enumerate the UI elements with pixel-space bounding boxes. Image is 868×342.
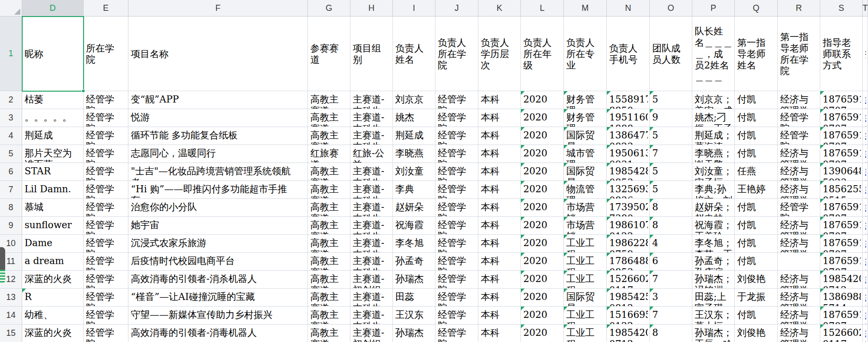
cell-D1[interactable]: 昵称 (22, 17, 84, 91)
cell-J5[interactable]: 经管学院 (435, 145, 478, 163)
cell-P12[interactable]: 孙瑞杰；冯铭洲 (692, 271, 735, 289)
cell-O10[interactable]: 4 (650, 235, 692, 253)
cell-N12[interactable]: 15266020117 (607, 271, 650, 289)
column-header-E[interactable]: E (84, 0, 128, 17)
cell-O1[interactable]: 团队成员人数 (650, 17, 692, 91)
select-all-corner[interactable] (0, 0, 22, 17)
cell-F14[interactable]: 守望——新媒体宣传助力乡村振兴 (128, 307, 308, 325)
cell-L14[interactable]: 2020 (521, 307, 564, 325)
cell-O7[interactable]: 5 (650, 181, 692, 199)
cell-I3[interactable]: 姚杰 (393, 109, 435, 127)
cell-J9[interactable]: 经管学院 (435, 217, 478, 235)
cell-D11[interactable]: a dream (22, 253, 84, 271)
cell-T4[interactable]: 经济管理 (863, 127, 868, 145)
cell-G14[interactable]: 高教主赛道 (308, 307, 350, 325)
cell-P7[interactable]: 李典;孙培文，刘 (692, 181, 735, 199)
cell-Q14[interactable]: 付凯 (735, 307, 778, 325)
cell-F6[interactable]: "士吉"—化妆品跨境营销管理系统领航者 (128, 163, 308, 181)
cell-T15[interactable]: 经济管理 (863, 325, 868, 342)
cell-J12[interactable]: 经管学院 (435, 271, 478, 289)
cell-N13[interactable]: 19854250812 (607, 289, 650, 307)
cell-H9[interactable]: 主赛道-本科生 (350, 217, 393, 235)
cell-D5[interactable]: 那片天空为谁而蓝 (22, 145, 84, 163)
cell-Q4[interactable]: 付凯 (735, 127, 778, 145)
cell-K12[interactable]: 本科 (478, 271, 521, 289)
column-header-F[interactable]: F (128, 0, 308, 17)
cell-E3[interactable]: 经管学院 (84, 109, 128, 127)
cell-D4[interactable]: 荆延成 (22, 127, 84, 145)
cell-J4[interactable]: 经管学院 (435, 127, 478, 145)
cell-P14[interactable]: 王汉东；葛大恒 (692, 307, 735, 325)
cell-M7[interactable]: 物流管理 (564, 181, 607, 199)
cell-R1[interactable]: 第一指导老师所在学院 (778, 17, 820, 91)
cell-O15[interactable]: 8 (650, 325, 692, 342)
cell-L4[interactable]: 2020 (521, 127, 564, 145)
cell-F7[interactable]: “Hi 购”——即推闪付多功能超市手推车 (128, 181, 308, 199)
cell-R4[interactable]: 经管学院 (778, 127, 820, 145)
cell-E2[interactable]: 经管学院 (84, 91, 128, 109)
cell-I11[interactable]: 孙孟奇 (393, 253, 435, 271)
cell-D10[interactable]: Dame (22, 235, 84, 253)
cell-I13[interactable]: 田蕊 (393, 289, 435, 307)
cell-G7[interactable]: 高教主赛道 (308, 181, 350, 199)
cell-F15[interactable]: 高效消毒的引领者-消毒机器人 (128, 325, 308, 342)
cell-M15[interactable]: 工业工程 (564, 325, 607, 342)
cell-H7[interactable]: 主赛道-本科生 (350, 181, 393, 199)
cell-T12[interactable]: 经济管理 (863, 271, 868, 289)
cell-D14[interactable]: 幼稚、 (22, 307, 84, 325)
cell-H13[interactable]: 主赛道-本科生 (350, 289, 393, 307)
cell-G8[interactable]: 高教主赛道 (308, 199, 350, 217)
cell-P8[interactable]: 赵妍朵；赵忠林 (692, 199, 735, 217)
cell-H15[interactable]: 主赛道-初创组 (350, 325, 393, 342)
cell-T3[interactable]: 经济管理 (863, 109, 868, 127)
cell-M12[interactable]: 工业工程 (564, 271, 607, 289)
fill-handle[interactable] (82, 89, 85, 93)
cell-L15[interactable]: 2020 (521, 325, 564, 342)
cell-N7[interactable]: 13256930836 (607, 181, 650, 199)
cell-L9[interactable]: 2020 (521, 217, 564, 235)
cell-Q1[interactable]: 第一指导老师姓名 (735, 17, 778, 91)
cell-J14[interactable]: 经管学院 (435, 307, 478, 325)
cell-M2[interactable]: 财务管理 (564, 91, 607, 109)
column-header-J[interactable]: J (435, 0, 478, 17)
cell-E6[interactable]: 经管学院 (84, 163, 128, 181)
edge-scroll-pill[interactable] (0, 247, 5, 273)
cell-T7[interactable]: 经济管理 (863, 181, 868, 199)
cell-O9[interactable]: 8 (650, 217, 692, 235)
column-header-K[interactable]: K (478, 0, 521, 17)
row-header-15[interactable]: 15 (0, 325, 22, 342)
cell-J1[interactable]: 负责人所在学院 (435, 17, 478, 91)
cell-N4[interactable]: 13864770823 (607, 127, 650, 145)
cell-R8[interactable]: 经管学院 (778, 199, 820, 217)
cell-T11[interactable]: 经济管理 (863, 253, 868, 271)
cell-F10[interactable]: 沉浸式农家乐旅游 (128, 235, 308, 253)
cell-L12[interactable]: 2020 (521, 271, 564, 289)
cell-K4[interactable]: 本科 (478, 127, 521, 145)
cell-P6[interactable]: 刘汝童；宋子恒 (692, 163, 735, 181)
cell-G9[interactable]: 高教主赛道 (308, 217, 350, 235)
cell-P3[interactable]: 姚杰;刁振，王子 (692, 109, 735, 127)
cell-J3[interactable]: 经管学院 (435, 109, 478, 127)
cell-T8[interactable]: 经济管理 (863, 199, 868, 217)
cell-G5[interactable]: 红旅赛道 (308, 145, 350, 163)
cell-D2[interactable]: 枯萎 (22, 91, 84, 109)
cell-N6[interactable]: 19854280853 (607, 163, 650, 181)
column-header-G[interactable]: G (308, 0, 350, 17)
cell-K15[interactable]: 本科 (478, 325, 521, 342)
cell-H11[interactable]: 主赛道-本科生 (350, 253, 393, 271)
cell-J10[interactable]: 经管学院 (435, 235, 478, 253)
row-header-5[interactable]: 5 (0, 145, 22, 163)
cell-E5[interactable]: 经管学院 (84, 145, 128, 163)
cell-T5[interactable]: 经济管理 (863, 145, 868, 163)
cell-E4[interactable]: 经管学院 (84, 127, 128, 145)
cell-K2[interactable]: 本科 (478, 91, 521, 109)
column-header-S[interactable]: S (820, 0, 863, 17)
cell-M1[interactable]: 负责人所在专业 (564, 17, 607, 91)
cell-H3[interactable]: 主赛道-本科生 (350, 109, 393, 127)
cell-M13[interactable]: 国际贸易 (564, 289, 607, 307)
cell-F3[interactable]: 悦游 (128, 109, 308, 127)
cell-T9[interactable]: 经济管理 (863, 217, 868, 235)
cell-F4[interactable]: 循环节能 多功能复合纸板 (128, 127, 308, 145)
cell-D8[interactable]: 慕城 (22, 199, 84, 217)
cell-K6[interactable]: 本科 (478, 163, 521, 181)
